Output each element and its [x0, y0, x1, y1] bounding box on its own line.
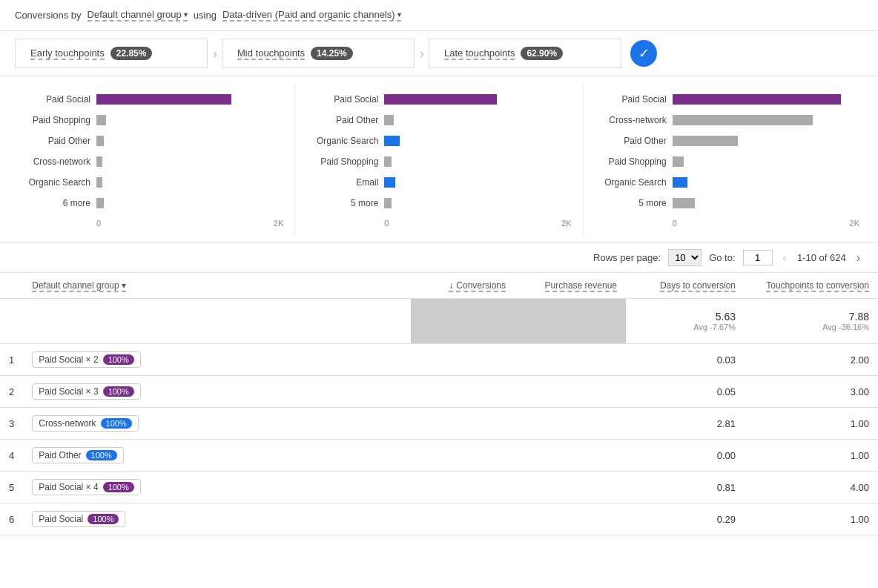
bar-label: Organic Search [595, 177, 673, 188]
bar-fill [96, 136, 104, 146]
bar-row: Paid Social [595, 91, 859, 108]
bar-container [96, 156, 283, 168]
row-days: 0.29 [626, 503, 745, 535]
channel-name: Paid Social × 3 [39, 386, 98, 397]
bar-fill [384, 136, 399, 146]
bar-fill [673, 177, 687, 188]
conversions-header[interactable]: ↓Conversions [449, 280, 506, 292]
channel-tag: Paid Social × 3100% [32, 383, 141, 400]
goto-label: Go to: [709, 252, 735, 263]
row-channel: Paid Social × 2100% [23, 344, 411, 376]
table-controls: Rows per page: 10 25 50 Go to: ‹ 1-10 of… [0, 243, 878, 273]
next-page-button[interactable]: › [854, 251, 863, 265]
topbar-label1: Conversions by [15, 10, 82, 21]
row-revenue [515, 344, 626, 376]
table-row[interactable]: 2Paid Social × 3100%0.053.00 [0, 376, 878, 408]
prev-page-button[interactable]: ‹ [780, 251, 790, 265]
revenue-header[interactable]: Purchase revenue [545, 280, 617, 292]
bar-label: 5 more [306, 198, 384, 208]
funnel-complete-check[interactable]: ✓ [630, 40, 657, 67]
channel-tag: Paid Other100% [32, 447, 124, 463]
summary-conversions [411, 299, 515, 344]
channel-name: Paid Social [39, 514, 83, 524]
row-touchpoints: 1.00 [745, 440, 878, 472]
bar-label: 5 more [595, 198, 673, 208]
bar-label: Paid Shopping [19, 115, 96, 125]
pct-badge: 100% [86, 450, 117, 460]
rows-per-page-select[interactable]: 10 25 50 [668, 249, 702, 266]
bar-row: Paid Social [19, 91, 283, 108]
mid-touchpoints-badge: 14.25% [311, 47, 353, 60]
col-conversions[interactable]: ↓Conversions [411, 273, 515, 299]
bar-row: 6 more [19, 195, 283, 211]
funnel-step-early[interactable]: Early touchpoints 22.85% [15, 39, 208, 68]
funnel-step-mid[interactable]: Mid touchpoints 14.25% [222, 39, 415, 68]
row-touchpoints: 1.00 [745, 503, 878, 535]
channel-name: Paid Social × 2 [39, 354, 98, 365]
bar-container [96, 197, 283, 209]
funnel-step-late[interactable]: Late touchpoints 62.90% [429, 39, 621, 68]
funnel-arrow-1: › [208, 39, 222, 68]
row-revenue [515, 440, 626, 472]
attribution-model-dropdown[interactable]: Data-driven (Paid and organic channels) … [222, 9, 401, 22]
bar-label: Paid Social [19, 94, 96, 105]
bar-label: Paid Shopping [306, 156, 384, 167]
data-table: Default channel group ▾ ↓Conversions Pur… [0, 273, 878, 535]
bar-container [673, 176, 859, 188]
table-row[interactable]: 1Paid Social × 2100%0.032.00 [0, 344, 878, 376]
chart-axis: 02K [673, 216, 859, 228]
pct-badge: 100% [103, 482, 134, 492]
row-revenue [515, 376, 626, 408]
row-num: 2 [0, 376, 23, 408]
summary-row: 5.63 Avg -7.67% 7.88 Avg -36.16% [0, 299, 878, 344]
channel-tag: Paid Social × 4100% [32, 479, 141, 495]
bar-container [384, 114, 571, 126]
col-num [0, 273, 23, 299]
bar-row: 5 more [595, 195, 859, 211]
col-touchpoints[interactable]: Touchpoints to conversion [745, 273, 878, 299]
mid-touchpoints-label: Mid touchpoints [237, 47, 305, 60]
channel-group-dropdown[interactable]: Default channel group ▾ [88, 9, 188, 22]
touchpoints-header[interactable]: Touchpoints to conversion [766, 280, 869, 292]
bar-fill [96, 156, 102, 167]
chart-panel-1: Paid SocialPaid OtherOrganic SearchPaid … [295, 84, 583, 235]
bar-label: Paid Other [595, 136, 673, 146]
top-bar: Conversions by Default channel group ▾ u… [0, 0, 878, 31]
bar-container [96, 176, 283, 188]
days-header[interactable]: Days to conversion [660, 280, 736, 292]
summary-channel [23, 299, 411, 344]
row-touchpoints: 2.00 [745, 344, 878, 376]
row-touchpoints: 1.00 [745, 408, 878, 440]
bar-row: Organic Search [595, 174, 859, 191]
chevron-down-icon: ▾ [184, 10, 188, 19]
summary-days: 5.63 Avg -7.67% [626, 299, 745, 344]
chart-panel-2: Paid SocialCross-networkPaid OtherPaid S… [584, 84, 871, 235]
row-num: 1 [0, 344, 23, 376]
table-row[interactable]: 4Paid Other100%0.001.00 [0, 440, 878, 472]
chart-axis: 02K [96, 216, 283, 228]
channel-group-header[interactable]: Default channel group ▾ [32, 280, 126, 292]
row-num: 6 [0, 503, 23, 535]
table-row[interactable]: 3Cross-network100%2.811.00 [0, 408, 878, 440]
bar-fill [384, 115, 394, 125]
bar-row: Paid Social [306, 91, 571, 108]
bar-fill [96, 94, 231, 105]
col-days[interactable]: Days to conversion [626, 273, 745, 299]
row-channel: Paid Social × 3100% [23, 376, 411, 408]
row-num: 4 [0, 440, 23, 472]
row-conversions [411, 440, 515, 472]
row-revenue [515, 503, 626, 535]
col-revenue[interactable]: Purchase revenue [515, 273, 626, 299]
bar-row: Paid Shopping [595, 153, 859, 170]
row-channel: Paid Other100% [23, 440, 411, 472]
summary-touchpoints: 7.88 Avg -36.16% [745, 299, 878, 344]
chevron-down-icon: ▾ [122, 280, 126, 291]
bar-row: Paid Shopping [19, 112, 283, 128]
bar-fill [384, 94, 496, 105]
row-channel: Paid Social100% [23, 503, 411, 535]
col-channel[interactable]: Default channel group ▾ [23, 273, 411, 299]
bar-container [96, 93, 283, 105]
table-row[interactable]: 5Paid Social × 4100%0.814.00 [0, 472, 878, 503]
table-row[interactable]: 6Paid Social100%0.291.00 [0, 503, 878, 535]
goto-input[interactable] [743, 250, 773, 265]
